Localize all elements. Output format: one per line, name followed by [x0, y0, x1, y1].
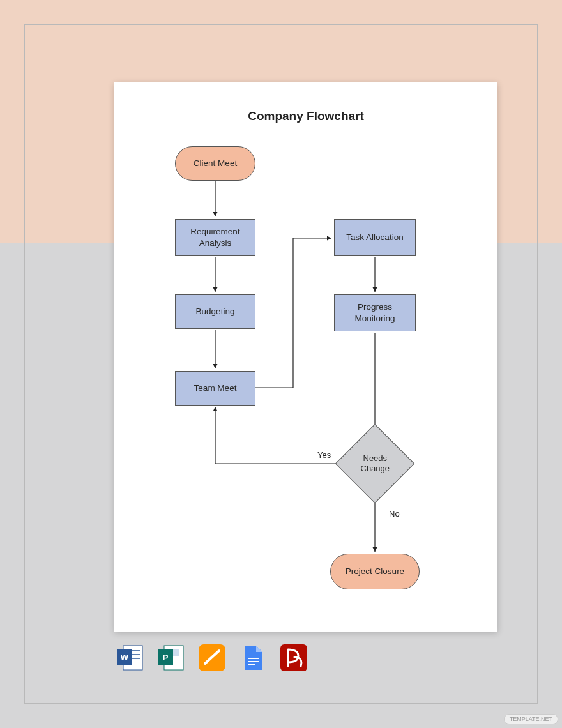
publisher-icon: P: [156, 643, 186, 672]
node-task-allocation: Task Allocation: [334, 219, 416, 256]
node-client-meet: Client Meet: [175, 146, 255, 181]
label-no: No: [389, 509, 400, 519]
outer-frame: Company Flowchart: [24, 24, 538, 704]
node-label: Task Allocation: [346, 232, 403, 243]
word-icon: W: [116, 643, 145, 672]
page-title: Company Flowchart: [114, 109, 497, 123]
pdf-icon: [279, 643, 308, 672]
node-requirement-analysis: Requirement Analysis: [175, 219, 255, 256]
node-label: Project Closure: [346, 566, 404, 577]
node-label: Client Meet: [194, 158, 237, 169]
format-icons: W P: [116, 643, 308, 672]
pages-icon: [197, 643, 227, 672]
svg-text:W: W: [121, 653, 129, 662]
node-label: Budgeting: [196, 306, 235, 317]
flowchart-arrows: [114, 82, 497, 632]
node-budgeting: Budgeting: [175, 294, 255, 329]
label-yes: Yes: [317, 450, 331, 460]
google-docs-icon: [238, 643, 268, 672]
node-project-closure: Project Closure: [330, 554, 420, 589]
node-progress-monitoring: Progress Monitoring: [334, 294, 416, 331]
svg-text:P: P: [163, 653, 169, 662]
node-needs-change: Needs Change: [335, 424, 414, 503]
watermark: TEMPLATE.NET: [504, 714, 558, 724]
node-label: Team Meet: [194, 383, 237, 394]
node-team-meet: Team Meet: [175, 371, 255, 406]
document-page: Company Flowchart: [114, 82, 497, 632]
node-label: Progress Monitoring: [340, 301, 410, 324]
node-label: Requirement Analysis: [181, 226, 250, 248]
node-label: Needs Change: [353, 453, 397, 473]
